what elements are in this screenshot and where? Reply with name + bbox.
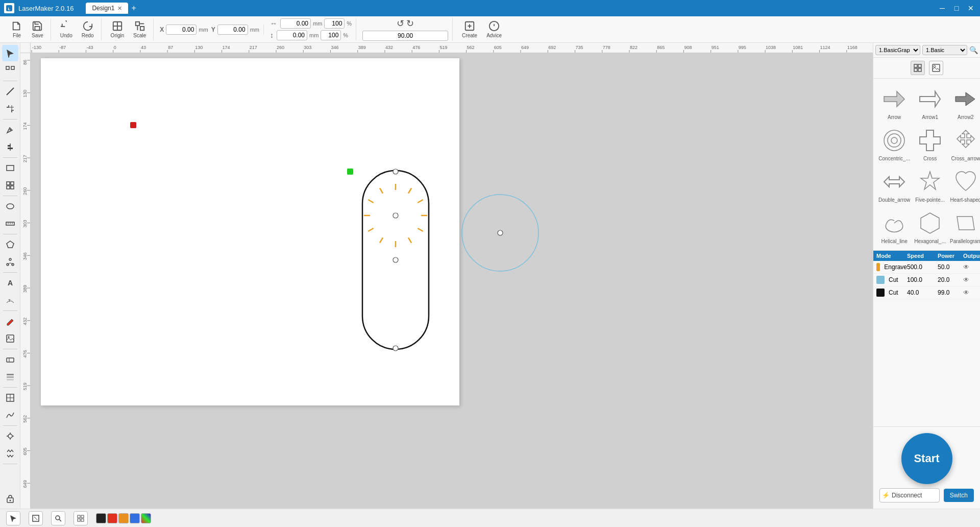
undo-btn[interactable]: Undo [57,18,76,40]
pen-tool[interactable] [2,122,18,138]
svg-rect-6 [140,27,144,30]
start-button[interactable]: Start [901,433,952,484]
text-path-tool[interactable]: T [2,292,18,308]
svg-text:735: 735 [576,45,583,50]
layer-row-cut2[interactable]: Cut 40.0 99.0 👁 [873,286,980,299]
node-select-tool[interactable] [2,62,18,79]
polygon-tool[interactable] [2,236,18,253]
ruler-tool[interactable] [2,215,18,232]
crop-tool[interactable] [2,101,18,117]
svg-text:649: 649 [521,45,529,50]
shape-helical[interactable]: Helical_line [877,207,911,246]
app-icon: L [4,3,14,13]
cut2-visibility[interactable]: 👁 [963,289,978,296]
origin-btn[interactable]: Origin [108,18,128,40]
shape-arrow1[interactable]: Arrow1 [913,83,947,122]
svg-text:130: 130 [22,90,28,98]
close-btn[interactable]: ✕ [966,4,976,12]
shape-parallelogram[interactable]: Parallelogram [949,207,980,246]
minimize-btn[interactable]: ─ [937,4,947,12]
image-tool[interactable] [2,330,18,347]
speed-header: Speed [907,253,938,259]
svg-text:1168: 1168 [847,45,857,50]
swatch-black[interactable] [96,513,106,523]
shape-concentric[interactable]: Concentric_... [877,124,911,163]
shape-hexagonal[interactable]: Hexagonal_... [913,207,947,246]
save-btn[interactable]: Save [29,18,46,40]
table-tool[interactable] [2,390,18,406]
create-btn[interactable]: Create [459,18,480,40]
special-tool[interactable] [2,428,18,444]
tab-add-btn[interactable]: + [131,4,136,13]
swatch-red[interactable] [107,513,117,523]
engrave-visibility[interactable]: 👁 [963,264,978,271]
align-tool[interactable] [2,139,18,155]
swatch-orange[interactable] [118,513,129,523]
svg-text:908: 908 [684,45,692,50]
svg-text:649: 649 [22,480,28,488]
swatch-rainbow[interactable] [141,513,151,523]
svg-rect-182 [81,519,84,521]
fill-tool[interactable] [2,313,18,329]
swatch-blue[interactable] [130,513,140,523]
y-input[interactable] [217,25,248,35]
switch-button[interactable]: Switch [944,489,974,502]
node-edit-tool[interactable] [2,254,18,270]
photo-view-btn[interactable] [929,61,943,75]
status-zoom-tool[interactable] [51,511,65,525]
svg-text:346: 346 [22,252,28,260]
shape-arrow[interactable]: Arrow [877,83,911,122]
grid-tool[interactable] [2,177,18,194]
file-btn[interactable]: File [8,18,26,40]
shape-five-pointed[interactable]: Five-pointe... [913,165,947,205]
scale-btn[interactable]: Scale [130,18,149,40]
svg-rect-5 [136,22,139,26]
cut1-visibility[interactable]: 👁 [963,276,978,283]
tab-close-btn[interactable]: ✕ [117,5,122,12]
width-pct-input[interactable] [324,18,345,29]
shape-heart[interactable]: Heart-shaped [949,165,980,205]
width-input[interactable] [280,18,311,29]
layer-row-cut1[interactable]: Cut 100.0 20.0 👁 [873,274,980,286]
x-input[interactable] [166,25,197,35]
erase-tool[interactable] [2,351,18,368]
height-pct-input[interactable] [321,30,341,40]
text-tool[interactable]: A [2,275,18,291]
shape-arrow2[interactable]: Arrow2 [949,83,980,122]
svg-rect-39 [7,358,14,362]
design-tab[interactable]: Design1 ✕ [86,3,128,14]
grid-view-btn[interactable] [911,61,925,75]
ellipse-tool[interactable] [2,198,18,214]
svg-text:-87: -87 [59,45,66,50]
path-tool[interactable] [2,407,18,423]
lock-tool[interactable] [2,490,18,507]
canvas-container[interactable]: -130-87-43043871301742172603033463894324… [20,43,873,509]
shape-double-arrow[interactable]: Double_arrow [877,165,911,205]
shape-cross-arrow[interactable]: Cross_arrow [949,124,980,163]
height-input[interactable] [277,30,307,40]
svg-rect-21 [7,165,14,171]
disconnect-button[interactable]: ⚡ Disconnect [879,488,940,502]
layer-row-engrave[interactable]: Engrave 500.0 50.0 👁 [873,261,980,274]
cut1-mode-label: Cut [889,276,898,283]
redo-btn[interactable]: Redo [79,18,97,40]
search-shapes-btn[interactable]: 🔍 [969,46,978,54]
advice-btn[interactable]: Advice [483,18,505,40]
status-grid-tool[interactable] [74,511,88,525]
engrave-power: 50.0 [938,264,963,271]
category2-select[interactable]: 1.Basic [922,45,967,55]
layers-tool[interactable] [2,369,18,385]
category1-select[interactable]: 1.BasicGrap [875,45,920,55]
maximize-btn[interactable]: □ [951,4,962,12]
status-fit-tool[interactable] [29,511,43,525]
status-select-tool[interactable] [6,511,20,525]
svg-text:519: 519 [439,45,447,50]
angle-input[interactable] [362,31,448,41]
rect-tool[interactable] [2,160,18,176]
shape-cross[interactable]: Cross [913,124,947,163]
canvas-work-area[interactable] [31,53,873,509]
object-tool[interactable] [2,445,18,462]
line-tool[interactable] [2,83,18,100]
svg-text:822: 822 [630,45,638,50]
select-tool[interactable] [2,45,18,61]
